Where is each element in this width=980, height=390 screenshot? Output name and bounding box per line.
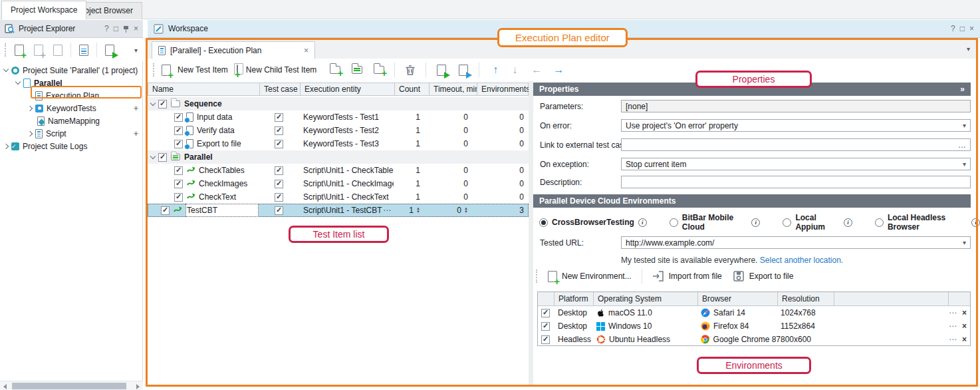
tree-item-execution-plan[interactable]: Execution Plan: [0, 89, 143, 102]
row-checkbox[interactable]: [158, 153, 167, 162]
chevron-expanded-icon[interactable]: [150, 153, 156, 158]
test-case-checkbox[interactable]: [275, 113, 283, 122]
tab-execution-plan-editor[interactable]: [Parallel] - Execution Plan ×: [152, 41, 315, 59]
test-item-row-testcbt-selected[interactable]: TestCBT Script\Unit1 - TestCBT⋯ 1▲▼ 0▲▼ …: [148, 204, 529, 217]
add-new-item-button[interactable]: [30, 41, 47, 59]
toolbar-grip[interactable]: [153, 63, 155, 77]
panel-splitter[interactable]: [529, 81, 533, 385]
description-field[interactable]: [621, 176, 971, 188]
add-script-button[interactable]: +: [134, 129, 138, 138]
export-to-file-button[interactable]: Export to file: [730, 269, 796, 284]
run-project-button[interactable]: [101, 41, 118, 59]
help-button[interactable]: ?: [951, 24, 955, 33]
parameters-field[interactable]: [none]: [621, 100, 971, 112]
new-parallel-group-button[interactable]: [370, 61, 388, 79]
scroll-left-icon[interactable]: [3, 384, 7, 389]
tree-item-project-suite[interactable]: Project Suite 'Parallel' (1 project): [0, 64, 143, 77]
tree-item-script[interactable]: Script +: [0, 127, 143, 140]
row-checkbox[interactable]: [161, 206, 170, 215]
move-left-icon[interactable]: ←: [531, 65, 542, 75]
toolbar-grip[interactable]: [536, 270, 538, 283]
column-header-browser[interactable]: Browser: [697, 292, 777, 305]
column-header-operating-system[interactable]: Operating System: [593, 292, 697, 305]
new-test-item-button[interactable]: New Test Item: [162, 61, 228, 79]
column-header-count[interactable]: Count: [394, 83, 429, 95]
test-item-row-checkimages[interactable]: CheckImages Script\Unit1 - CheckImages 1…: [148, 177, 529, 190]
row-checkbox[interactable]: [158, 100, 167, 108]
radio-crossbrowsertesting[interactable]: CrossBrowserTestingi: [539, 218, 647, 227]
import-from-file-button[interactable]: Import from file: [650, 269, 725, 284]
column-header-test-case[interactable]: Test case: [259, 83, 300, 95]
tree-item-keyword-tests[interactable]: KeywordTests +: [0, 102, 143, 114]
move-right-icon[interactable]: →: [553, 65, 564, 75]
radio-icon[interactable]: [670, 218, 678, 227]
horizontal-scrollbar[interactable]: [0, 381, 143, 390]
tab-project-workspace[interactable]: Project Workspace: [1, 1, 86, 19]
new-child-test-item-button[interactable]: New Child Test Item: [237, 61, 316, 79]
row-checkbox[interactable]: [174, 113, 183, 122]
column-header-execution-entity[interactable]: Execution entity: [300, 83, 394, 95]
close-panel-button[interactable]: ×: [969, 24, 974, 33]
test-item-row-verify-data[interactable]: Verify data KeywordTests - Test2 1 0 0: [148, 124, 529, 137]
environment-checkbox[interactable]: [541, 335, 550, 344]
timeout-spinner[interactable]: ▲▼: [464, 207, 468, 214]
radio-selected-icon[interactable]: [539, 218, 548, 227]
row-remove-button[interactable]: ×: [962, 321, 967, 331]
test-case-checkbox[interactable]: [275, 206, 283, 215]
toolbar-overflow-caret-icon[interactable]: ▾: [134, 47, 138, 54]
browse-button[interactable]: …: [958, 140, 966, 150]
row-checkbox[interactable]: [174, 166, 183, 175]
info-icon[interactable]: i: [751, 218, 760, 227]
environment-row-safari[interactable]: Desktop macOS 11.0 Safari 14 1024x768 ⋯×: [538, 306, 970, 319]
tree-item-project-suite-logs[interactable]: ✓ Project Suite Logs: [0, 140, 143, 152]
chevron-collapsed-icon[interactable]: [27, 130, 33, 136]
info-icon[interactable]: i: [971, 218, 980, 227]
new-sequential-group-button[interactable]: [348, 61, 366, 79]
scrollbar-thumb[interactable]: [12, 383, 126, 389]
close-tab-button[interactable]: ×: [304, 46, 308, 55]
edit-execution-plan-button[interactable]: [75, 41, 92, 59]
test-case-checkbox[interactable]: [275, 140, 283, 148]
help-button[interactable]: ?: [104, 24, 109, 33]
test-case-checkbox[interactable]: [275, 126, 283, 135]
count-spinner[interactable]: ▲▼: [416, 207, 420, 214]
column-header-timeout[interactable]: Timeout, min: [429, 83, 477, 95]
run-selected-button[interactable]: [433, 61, 450, 79]
row-checkbox[interactable]: [174, 126, 183, 135]
test-case-checkbox[interactable]: [275, 166, 283, 175]
info-icon[interactable]: i: [638, 218, 647, 227]
chevron-expanded-icon[interactable]: [15, 79, 21, 85]
test-item-row-checktables[interactable]: CheckTables Script\Unit1 - CheckTables 1…: [148, 164, 529, 177]
tab-list-caret-icon[interactable]: ▾: [967, 45, 970, 53]
row-more-button[interactable]: ⋯: [949, 308, 957, 317]
add-existing-item-button[interactable]: [49, 41, 66, 59]
select-location-link[interactable]: Select another location.: [760, 256, 843, 265]
collapse-panel-button[interactable]: »: [960, 85, 965, 94]
radio-bitbar-mobile-cloud[interactable]: BitBar Mobile Cloudi: [670, 213, 761, 232]
pin-icon[interactable]: [123, 25, 129, 33]
info-icon[interactable]: i: [844, 218, 852, 227]
environment-row-firefox[interactable]: Desktop Windows 10 Firefox 84 1152x864 ⋯…: [538, 319, 970, 333]
column-header-name[interactable]: Name: [148, 83, 259, 95]
column-header-resolution[interactable]: Resolution: [777, 292, 834, 305]
on-error-dropdown[interactable]: Use project's 'On error' property▾: [621, 119, 971, 132]
on-exception-dropdown[interactable]: Stop current item▾: [621, 158, 971, 170]
column-header-platform[interactable]: Platform: [554, 292, 593, 305]
row-checkbox[interactable]: [174, 140, 183, 148]
move-down-icon[interactable]: ↓: [512, 65, 517, 75]
dropdown-caret-icon[interactable]: ▾: [963, 122, 966, 129]
chevron-collapsed-icon[interactable]: [27, 105, 33, 110]
radio-icon[interactable]: [875, 218, 884, 227]
radio-local-headless-browser[interactable]: Local Headless Browseri: [875, 213, 980, 232]
row-more-button[interactable]: ⋯: [949, 321, 957, 331]
environment-checkbox[interactable]: [541, 322, 550, 331]
chevron-collapsed-icon[interactable]: [3, 143, 9, 148]
test-item-row-checktext[interactable]: CheckText Script\Unit1 - CheckText 1 0 0: [148, 190, 529, 204]
radio-icon[interactable]: [783, 218, 791, 227]
row-checkbox[interactable]: [174, 180, 183, 188]
environment-row-chrome[interactable]: Headless Ubuntu Headless Google Chrome 8…: [538, 333, 970, 346]
add-project-button[interactable]: [11, 41, 28, 59]
radio-local-appium[interactable]: Local Appiumi: [783, 213, 852, 232]
toolbar-grip[interactable]: [5, 43, 7, 57]
row-more-button[interactable]: ⋯: [949, 335, 957, 344]
